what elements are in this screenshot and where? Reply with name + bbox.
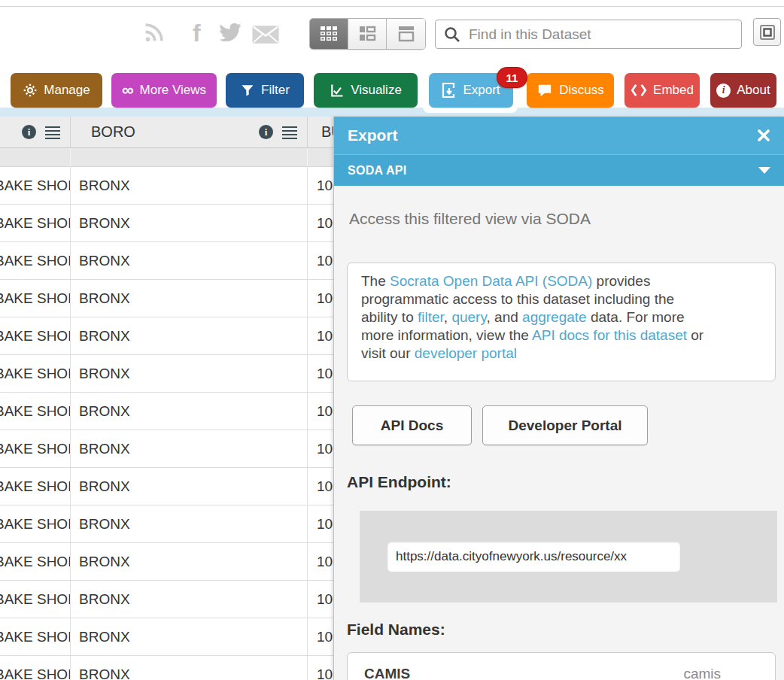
table-row[interactable]: BAKE SHOPBRONX1007 [0,618,334,656]
visualize-label: Visualize [351,83,402,98]
soda-info-link[interactable]: Socrata Open Data API (SODA) [390,273,592,289]
export-panel-body: Access this filtered view via SODA The S… [334,186,784,680]
cell-dba[interactable]: BAKE SHOP [0,656,71,680]
cell-boro[interactable]: BRONX [71,242,308,279]
cell-building[interactable]: 1007 [308,543,334,580]
soda-info-link[interactable]: filter [418,309,444,325]
soda-info-text: ability to [361,309,418,325]
cell-dba[interactable]: BAKE SHOP [0,581,71,618]
cell-dba[interactable]: BAKE SHOP [0,468,71,505]
column-header-boro[interactable]: BORO i [71,117,308,147]
soda-info-line: visit our developer portal [361,345,761,363]
cell-dba[interactable]: BAKE SHOP [0,317,71,354]
cell-building[interactable]: 1007 [308,430,334,467]
manage-button[interactable]: Manage [11,73,102,108]
cell-dba[interactable]: BAKE SHOP [0,505,71,542]
cell-building[interactable]: 1007 [308,205,334,241]
table-row[interactable]: BAKE SHOPBRONX1007 [0,656,334,680]
visualize-button[interactable]: Visualize [314,73,418,108]
table-row[interactable]: BAKE SHOPBRONX1007 [0,543,334,581]
table-row[interactable]: BAKE SHOPBRONX1007 [0,242,334,280]
column-menu-icon[interactable] [281,126,298,139]
close-icon[interactable] [757,129,770,142]
table-row[interactable]: BAKE SHOPBRONX1007 [0,317,334,355]
cell-building[interactable]: 1007 [308,468,334,505]
cell-dba[interactable]: BAKE SHOP [0,355,71,392]
cell-boro[interactable]: BRONX [71,393,308,430]
rich-list-view-button[interactable] [348,19,387,49]
gear-icon [23,83,38,98]
cell-boro[interactable]: BRONX [71,581,308,618]
cell-dba[interactable]: BAKE SHOP [0,430,71,467]
cell-boro[interactable]: BRONX [71,317,308,354]
more-views-button[interactable]: ∞ More Views [111,73,217,108]
cell-building[interactable]: 1007 [308,505,334,542]
table-row[interactable]: BAKE SHOPBRONX1007 [0,280,334,317]
cell-dba[interactable]: BAKE SHOP [0,618,71,655]
developer-portal-button[interactable]: Developer Portal [482,405,648,445]
column-menu-icon[interactable] [44,126,61,139]
table-row[interactable]: BAKE SHOPBRONX1007 [0,355,334,393]
cell-boro[interactable]: BRONX [71,505,308,542]
cell-building[interactable]: 1007 [308,355,334,392]
cell-building[interactable]: 1007 [308,393,334,430]
cell-building[interactable]: 1007 [308,167,334,204]
cell-dba[interactable]: BAKE SHOP [0,543,71,580]
twitter-icon[interactable] [218,23,242,44]
column-header-dba[interactable]: i [0,117,71,147]
about-button[interactable]: i About [710,73,776,108]
soda-info-link[interactable]: API docs for this dataset [532,327,687,343]
cell-building[interactable]: 1007 [308,317,334,354]
cell-dba[interactable]: BAKE SHOP [0,205,71,241]
cell-boro[interactable]: BRONX [71,618,308,655]
soda-info-link[interactable]: aggregate [522,309,587,325]
soda-api-section-header[interactable]: SODA API [334,154,784,186]
column-info-icon[interactable]: i [22,125,36,139]
cell-boro[interactable]: BRONX [71,280,308,317]
view-toggle-group [309,18,426,50]
cell-dba[interactable]: BAKE SHOP [0,167,71,204]
background-strip [0,108,784,117]
table-row[interactable]: BAKE SHOPBRONX1007 [0,205,334,242]
table-row[interactable]: BAKE SHOPBRONX1007 [0,167,334,205]
table-row[interactable]: BAKE SHOPBRONX1007 [0,468,334,505]
table-row[interactable]: BAKE SHOPBRONX1007 [0,393,334,430]
discuss-button[interactable]: Discuss [527,73,614,108]
cell-boro[interactable]: BRONX [71,355,308,392]
cell-dba[interactable]: BAKE SHOP [0,280,71,317]
cell-building[interactable]: 1007 [308,242,334,279]
table-row[interactable]: BAKE SHOPBRONX1007 [0,430,334,468]
cell-building[interactable]: 1007 [308,280,334,317]
cell-building[interactable]: 1007 [308,656,334,680]
cell-dba[interactable]: BAKE SHOP [0,393,71,430]
cell-boro[interactable]: BRONX [71,656,308,680]
cell-building[interactable]: 1007 [308,581,334,618]
facebook-icon[interactable]: f [193,20,201,47]
fullscreen-button[interactable] [753,18,781,46]
cell-boro[interactable]: BRONX [71,167,308,204]
grid-view-button[interactable] [310,19,348,49]
column-header-building[interactable]: BUILDING [308,117,334,147]
api-docs-button[interactable]: API Docs [352,405,472,445]
export-panel-header: Export [334,117,784,154]
table-row[interactable]: BAKE SHOPBRONX1007 [0,581,334,618]
cell-dba[interactable]: BAKE SHOP [0,242,71,279]
table-row[interactable]: BAKE SHOPBRONX1007 [0,505,334,543]
search-input[interactable] [469,26,734,43]
cell-boro[interactable]: BRONX [71,468,308,505]
filter-button[interactable]: Filter [226,73,304,108]
table-body: BAKE SHOPBRONX1007BAKE SHOPBRONX1007BAKE… [0,167,334,680]
soda-info-link[interactable]: query [451,309,486,325]
cell-boro[interactable]: BRONX [71,430,308,467]
cell-building[interactable]: 1007 [308,618,334,655]
column-info-icon[interactable]: i [259,125,273,139]
rss-icon[interactable] [141,20,167,45]
embed-button[interactable]: Embed [624,73,700,108]
api-endpoint-input[interactable] [387,542,680,572]
page-view-button[interactable] [387,19,425,49]
cell-boro[interactable]: BRONX [71,543,308,580]
cell-boro[interactable]: BRONX [71,205,308,241]
email-icon[interactable] [251,24,280,45]
funnel-icon [240,83,255,98]
soda-info-link[interactable]: developer portal [415,345,517,361]
